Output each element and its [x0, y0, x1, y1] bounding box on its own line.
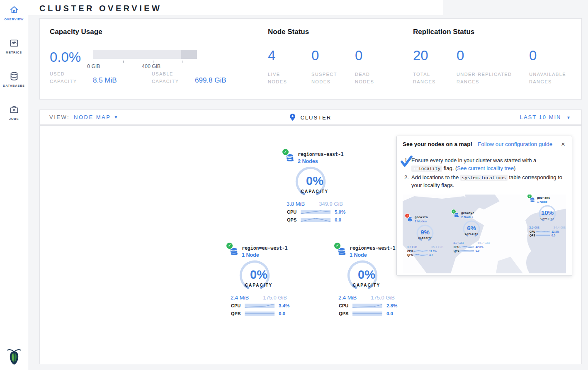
- dead-nodes-value: 0: [355, 49, 384, 62]
- total-ranges-label: TOTAL RANGES: [413, 71, 442, 85]
- cpu-row: CPU 2.8%: [335, 303, 398, 309]
- geo-label: geo=ams: [537, 196, 566, 200]
- cpu-sparkline: [413, 250, 428, 253]
- capacity-gauge: 10% CAPACITY: [528, 204, 566, 223]
- cpu-sparkline: [301, 209, 330, 215]
- capacity-gauge: 9% CAPACITY: [406, 224, 444, 242]
- suspect-nodes-label: SUSPECT NODES: [311, 71, 347, 85]
- qps-row: QPS 0.0: [335, 311, 398, 316]
- total-ranges-stat: 20 TOTAL RANGES: [413, 49, 457, 85]
- capacity-gauge-label: CAPACITY: [335, 283, 398, 287]
- qps-value: 0.0: [279, 311, 285, 316]
- mini-cluster-sfo: ! geo=sfo 2 Nodes 9% CAPACITY 3.2 GiB: [406, 215, 444, 256]
- capacity-gauge-label: CAPACITY: [406, 237, 444, 239]
- cpu-label: CPU: [231, 303, 245, 308]
- sidebar-item-overview[interactable]: OVERVIEW: [0, 0, 28, 33]
- geo-label: geo=nyc: [461, 211, 491, 215]
- cpu-label: CPU: [287, 209, 301, 214]
- sidebar-label-jobs: JOBS: [9, 117, 19, 121]
- qps-sparkline: [352, 311, 382, 316]
- page-header: CLUSTER OVERVIEW: [28, 0, 443, 15]
- region-label: region=us-west-1: [350, 245, 398, 251]
- node-group-us-east-1[interactable]: ✓ region=us-east-1 2 Nodes 0% CAPACITY 3…: [284, 151, 346, 223]
- capacity-total-value: 175.0 GiB: [371, 295, 395, 301]
- qps-sparkline: [536, 234, 550, 237]
- capacity-tick-400: 400 GiB: [142, 63, 160, 69]
- config-step-2: 2.Add locations to the system.locations …: [404, 174, 565, 190]
- unavailable-ranges-stat: 0 UNAVAILABLE RANGES: [529, 49, 575, 85]
- status-ok-icon: ✓: [226, 243, 233, 249]
- node-count-link[interactable]: 1 Node: [350, 252, 398, 258]
- qps-row: QPS 0.0: [228, 311, 290, 316]
- capacity-used-value: 2.4 MiB: [231, 295, 249, 301]
- unavailable-ranges-label: UNAVAILABLE RANGES: [529, 71, 575, 85]
- capacity-gauge-label: CAPACITY: [284, 189, 346, 194]
- node-group-eu-west-1[interactable]: ✓ region=eu-west-1 1 Node 0% CAPACITY 2.…: [228, 245, 290, 316]
- capacity-percent-value: 0%: [228, 268, 290, 282]
- cpu-label: CPU: [339, 303, 352, 308]
- capacity-gauge: 0% CAPACITY: [284, 166, 346, 197]
- used-capacity-label: USED CAPACITY: [50, 71, 93, 85]
- chevron-down-icon: ▼: [566, 115, 571, 120]
- capacity-percent: 0.0%: [50, 48, 93, 64]
- capacity-bar-used-segment: [181, 50, 197, 59]
- cpu-sparkline: [352, 303, 382, 309]
- capacity-gauge-label: CAPACITY: [528, 217, 566, 220]
- qps-sparkline: [413, 253, 428, 256]
- capacity-used-value: 3.2 GiB: [407, 245, 417, 249]
- total-ranges-value: 20: [413, 49, 457, 62]
- node-count-link[interactable]: 2 Nodes: [298, 158, 346, 164]
- replication-status-title: Replication Status: [413, 28, 581, 36]
- capacity-total-value: 175.0 GiB: [263, 295, 287, 301]
- node-status-title: Node Status: [268, 28, 403, 36]
- config-step-1: 1.Ensure every node in your cluster was …: [404, 157, 565, 173]
- sidebar-item-databases[interactable]: DATABASES: [0, 66, 28, 100]
- databases-icon: [9, 71, 19, 81]
- mini-cluster-nyc: ✓ geo=nyc 2 Nodes 6% CAPACITY 3.7 GiB: [452, 211, 491, 252]
- usable-capacity-value: 699.8 GiB: [195, 76, 226, 85]
- time-range-dropdown[interactable]: LAST 10 MIN ▼: [520, 114, 571, 120]
- status-ok-icon: ✓: [334, 243, 340, 249]
- step-complete-check-icon: [400, 156, 413, 168]
- cpu-row: CPU 11.0%: [406, 250, 444, 253]
- qps-row: QPS 4.7: [406, 253, 444, 256]
- system-locations-code: system.locations: [460, 175, 508, 181]
- sidebar-item-jobs[interactable]: JOBS: [0, 100, 28, 133]
- capacity-percent-value: 9%: [406, 229, 444, 236]
- live-nodes-label: LIVE NODES: [268, 71, 297, 85]
- page-title: CLUSTER OVERVIEW: [28, 0, 443, 13]
- metrics-icon: [9, 38, 19, 48]
- cpu-row: CPU 3.4%: [228, 303, 290, 309]
- configuration-guide-link[interactable]: Follow our configuration guide: [478, 141, 552, 147]
- capacity-total-value: 65.7 GiB: [478, 241, 490, 245]
- time-range-value: LAST 10 MIN: [520, 114, 561, 120]
- home-icon: [9, 5, 19, 15]
- replication-status-section: Replication Status 20 TOTAL RANGES 0 UND…: [403, 19, 581, 99]
- qps-label: QPS: [339, 311, 352, 316]
- qps-sparkline: [460, 249, 474, 252]
- capacity-percent-value: 0%: [335, 268, 398, 282]
- usable-capacity-label: USABLE CAPACITY: [152, 71, 195, 85]
- cluster-breadcrumb-label: CLUSTER: [300, 114, 331, 121]
- node-count-link[interactable]: 1 Node: [242, 252, 290, 258]
- node-count: 2 Nodes: [415, 219, 444, 223]
- capacity-total-value: 35.1 GiB: [431, 245, 443, 249]
- capacity-total-value: 349.9 GiB: [319, 201, 343, 207]
- capacity-used-value: 3.8 MiB: [287, 201, 305, 207]
- region-label: region=eu-west-1: [242, 245, 290, 251]
- under-replicated-value: 0: [457, 49, 529, 62]
- close-icon[interactable]: ×: [560, 141, 566, 148]
- example-node-map-image: ! geo=sfo 2 Nodes 9% CAPACITY 3.2 GiB: [403, 195, 566, 273]
- cpu-row: CPU 5.0%: [284, 209, 346, 215]
- capacity-usage-section: Capacity Usage 0.0% 0 GiB 400 GiB USED C…: [40, 19, 258, 99]
- sidebar-item-metrics[interactable]: METRICS: [0, 33, 28, 66]
- suspect-nodes-value: 0: [311, 49, 355, 62]
- sidebar-label-metrics: METRICS: [6, 51, 22, 54]
- node-group-us-west-1[interactable]: ✓ region=us-west-1 1 Node 0% CAPACITY 2.…: [335, 245, 398, 316]
- node-count: 1 Node: [537, 200, 566, 204]
- qps-value: 0.0: [386, 311, 393, 316]
- locality-tree-link[interactable]: See current locality tree: [457, 165, 514, 171]
- cpu-value: 2.8%: [386, 303, 397, 308]
- sidebar-label-overview: OVERVIEW: [4, 17, 24, 21]
- capacity-gauge-label: CAPACITY: [452, 233, 491, 235]
